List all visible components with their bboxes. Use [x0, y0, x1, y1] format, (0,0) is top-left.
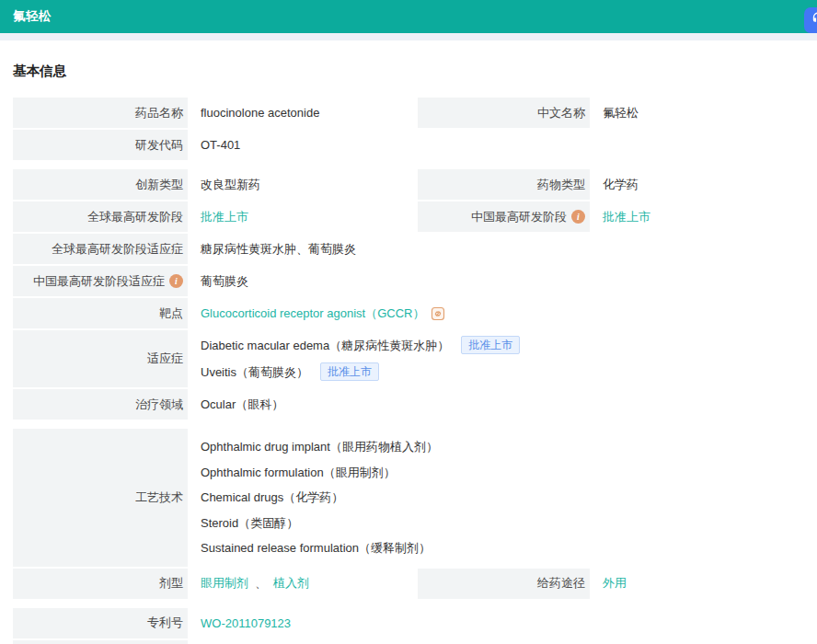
- dosage-form-link[interactable]: 眼用制剂: [201, 575, 248, 592]
- page-background-strip: [0, 33, 817, 40]
- row-technology: 工艺技术 Ophthalmic drug implant（眼用药物植入剂） Op…: [13, 429, 809, 567]
- row-drug-name: 药品名称 fluocinolone acetonide 中文名称 氟轻松: [13, 98, 809, 128]
- field-label: EphMRA分类号: [13, 640, 188, 644]
- status-badge: 批准上市: [461, 336, 520, 354]
- column-gap: [406, 169, 418, 200]
- technology-item: Chemical drugs（化学药）: [201, 485, 809, 511]
- technology-item: Ophthalmic formulation（眼用制剂）: [201, 460, 809, 486]
- page-title: 氟轻松: [13, 8, 52, 25]
- status-badge: 批准上市: [320, 362, 379, 381]
- row-innovation-type: 创新类型 改良型新药 药物类型 化学药: [13, 169, 809, 200]
- field-label: 中国最高研发阶段适应症: [33, 273, 165, 290]
- technology-item: Ophthalmic drug implant（眼用药物植入剂）: [201, 434, 809, 460]
- external-link-icon[interactable]: [431, 306, 445, 321]
- field-label: 治疗领域: [13, 389, 188, 420]
- field-label: 全球最高研发阶段适应症: [13, 234, 188, 264]
- indication-text: Uveitis（葡萄膜炎）: [201, 365, 308, 379]
- field-label: 研发代码: [13, 130, 188, 160]
- row-indications: 适应症 Diabetic macular edema（糖尿病性黄斑水肿）批准上市…: [13, 330, 809, 387]
- field-value: S1B (OPHTHALMOLOGICAL CORTICOSTEROIDS)（眼…: [188, 640, 809, 644]
- china-stage-link[interactable]: 批准上市: [603, 209, 650, 225]
- customer-service-icon: [811, 11, 817, 29]
- field-label: 创新类型: [13, 169, 188, 200]
- list-separator: 、: [255, 575, 267, 592]
- field-label: 中国最高研发阶段: [471, 209, 567, 225]
- global-stage-link[interactable]: 批准上市: [201, 209, 248, 225]
- row-therapy-area: 治疗领域 Ocular（眼科）: [13, 389, 809, 420]
- column-gap: [406, 569, 418, 599]
- field-label: 适应症: [13, 330, 188, 387]
- field-label: 药物类型: [418, 169, 590, 200]
- field-value: Ocular（眼科）: [188, 389, 809, 420]
- field-label: 药品名称: [13, 98, 188, 128]
- indication-item: Uveitis（葡萄膜炎）批准上市: [201, 359, 809, 385]
- info-icon[interactable]: i: [571, 210, 585, 224]
- column-gap: [406, 201, 418, 232]
- section-title: 基本信息: [13, 63, 817, 80]
- row-highest-stage: 全球最高研发阶段 批准上市 中国最高研发阶段 i 批准上市: [13, 201, 809, 232]
- field-label: 靶点: [13, 298, 188, 328]
- row-rd-code: 研发代码 OT-401: [13, 130, 809, 160]
- patent-link[interactable]: WO-2011079123: [201, 616, 291, 630]
- field-value: fluocinolone acetonide: [188, 98, 406, 128]
- field-label: 剂型: [13, 569, 188, 599]
- field-value: OT-401: [188, 130, 809, 160]
- row-global-stage-indication: 全球最高研发阶段适应症 糖尿病性黄斑水肿、葡萄膜炎: [13, 234, 809, 264]
- field-label: 中文名称: [418, 98, 590, 128]
- technology-item: Sustained release formulation（缓释制剂）: [201, 535, 809, 561]
- field-label: 工艺技术: [13, 429, 188, 567]
- row-patent: 专利号 WO-2011079123: [13, 608, 809, 638]
- row-dosage-route: 剂型 眼用制剂 、 植入剂 给药途径 外用: [13, 569, 809, 599]
- field-value: 葡萄膜炎: [188, 266, 809, 296]
- indication-item: Diabetic macular edema（糖尿病性黄斑水肿）批准上市: [201, 332, 809, 359]
- dosage-form-link[interactable]: 植入剂: [273, 575, 309, 592]
- technology-item: Steroid（类固醇）: [201, 511, 809, 536]
- field-value: 改良型新药: [188, 169, 406, 200]
- row-ephmra: EphMRA分类号 S1B (OPHTHALMOLOGICAL CORTICOS…: [13, 640, 809, 644]
- info-icon[interactable]: i: [169, 274, 183, 288]
- field-value: 氟轻松: [590, 98, 809, 128]
- field-value: 糖尿病性黄斑水肿、葡萄膜炎: [188, 234, 809, 264]
- field-label: 给药途径: [418, 569, 590, 599]
- row-china-stage-indication: 中国最高研发阶段适应症 i 葡萄膜炎: [13, 266, 809, 296]
- support-button[interactable]: [804, 7, 817, 33]
- indication-text: Diabetic macular edema（糖尿病性黄斑水肿）: [201, 339, 449, 352]
- row-target: 靶点 Glucocorticoid receptor agonist（GCCR）: [13, 298, 809, 328]
- field-value: 化学药: [590, 169, 809, 200]
- target-link[interactable]: Glucocorticoid receptor agonist（GCCR）: [201, 305, 424, 322]
- route-link[interactable]: 外用: [603, 575, 627, 592]
- header-bar: 氟轻松: [0, 0, 817, 33]
- column-gap: [406, 98, 418, 128]
- field-label: 专利号: [13, 608, 188, 638]
- field-label: 全球最高研发阶段: [13, 201, 188, 232]
- basic-info-table: 药品名称 fluocinolone acetonide 中文名称 氟轻松 研发代…: [13, 98, 809, 644]
